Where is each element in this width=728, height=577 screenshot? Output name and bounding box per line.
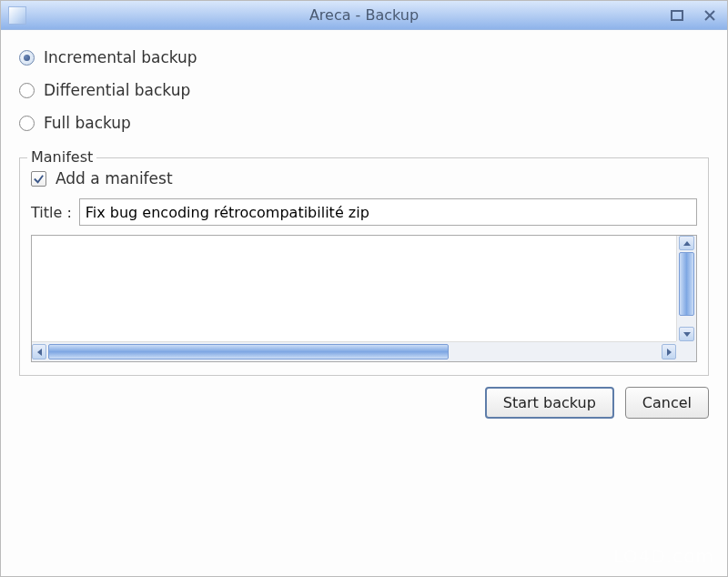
svg-rect-0 xyxy=(672,11,682,20)
title-row: Title : xyxy=(31,198,697,226)
maximize-icon xyxy=(671,10,683,21)
chevron-left-icon xyxy=(37,349,42,356)
close-icon xyxy=(704,10,715,21)
close-button[interactable] xyxy=(698,6,722,25)
manifest-fieldset: Manifest Add a manifest Title : xyxy=(19,157,709,376)
scroll-down-button[interactable] xyxy=(679,327,694,341)
maximize-button[interactable] xyxy=(665,6,689,25)
add-manifest-checkbox[interactable] xyxy=(31,171,46,187)
check-icon xyxy=(33,173,45,185)
watermark: LO4D.com xyxy=(613,545,714,567)
window-title: Areca - Backup xyxy=(1,6,727,24)
chevron-down-icon xyxy=(683,332,691,337)
horizontal-scrollbar[interactable] xyxy=(32,341,676,361)
scroll-corner xyxy=(676,341,696,361)
radio-item-incremental[interactable]: Incremental backup xyxy=(19,48,709,66)
start-backup-button[interactable]: Start backup xyxy=(485,387,614,419)
radio-label: Incremental backup xyxy=(44,48,197,66)
scroll-right-button[interactable] xyxy=(662,344,676,359)
vertical-scrollbar[interactable] xyxy=(676,236,696,341)
title-input[interactable] xyxy=(79,198,697,226)
scroll-thumb-horizontal[interactable] xyxy=(48,344,449,359)
radio-item-full[interactable]: Full backup xyxy=(19,114,709,132)
cancel-button[interactable]: Cancel xyxy=(625,387,709,419)
app-icon xyxy=(8,6,26,25)
radio-full[interactable] xyxy=(19,116,35,131)
add-manifest-label: Add a manifest xyxy=(56,169,173,187)
scroll-thumb-vertical[interactable] xyxy=(679,252,694,316)
radio-label: Full backup xyxy=(44,114,131,132)
scroll-up-button[interactable] xyxy=(679,236,694,250)
description-textarea[interactable] xyxy=(31,235,697,362)
manifest-legend: Manifest xyxy=(27,148,96,166)
radio-item-differential[interactable]: Differential backup xyxy=(19,81,709,99)
dialog-window: Areca - Backup Incremental backup xyxy=(0,0,728,577)
chevron-up-icon xyxy=(683,241,691,246)
radio-label: Differential backup xyxy=(44,81,190,99)
radio-differential[interactable] xyxy=(19,83,35,98)
titlebar[interactable]: Areca - Backup xyxy=(1,1,727,30)
chevron-right-icon xyxy=(667,349,672,356)
button-row: Start backup Cancel xyxy=(19,387,709,419)
window-controls xyxy=(665,6,722,25)
add-manifest-row[interactable]: Add a manifest xyxy=(31,169,697,187)
description-content[interactable] xyxy=(32,236,676,341)
backup-type-group: Incremental backup Differential backup F… xyxy=(19,48,709,132)
radio-incremental[interactable] xyxy=(19,50,35,66)
title-label: Title : xyxy=(31,204,72,221)
scroll-left-button[interactable] xyxy=(32,344,46,359)
dialog-content: Incremental backup Differential backup F… xyxy=(1,30,727,433)
